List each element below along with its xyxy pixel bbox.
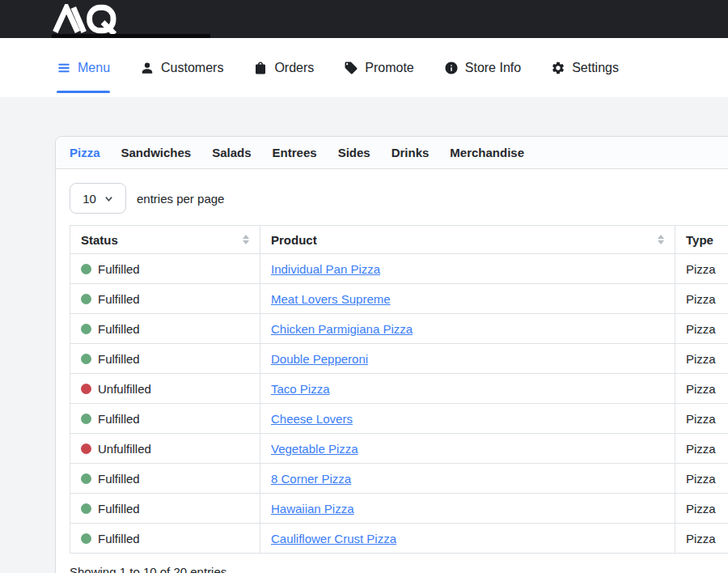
status-cell: Fulfilled (70, 314, 260, 344)
main-navigation: Menu Customers Orders Promote Store Info… (0, 38, 728, 97)
product-cell: Hawaiian Pizza (260, 494, 675, 524)
status-dot-icon (81, 294, 91, 304)
menu-card: Pizza Sandwiches Salads Entrees Sides Dr… (55, 136, 728, 573)
status-cell: Fulfilled (70, 494, 260, 524)
nav-label: Orders (274, 61, 314, 75)
type-label: Pizza (686, 292, 716, 306)
product-cell: Cheese Lovers (260, 404, 675, 434)
tab-sides[interactable]: Sides (338, 146, 370, 159)
status-label: Fulfilled (98, 262, 140, 276)
type-cell: Pizza (675, 344, 728, 374)
table-row: Unfulfilled Vegetable Pizza Pizza (70, 434, 728, 464)
page-content: Pizza Sandwiches Salads Entrees Sides Dr… (0, 97, 728, 573)
product-cell: Individual Pan Pizza (260, 254, 675, 284)
status-dot-icon (81, 354, 91, 364)
product-link[interactable]: Cheese Lovers (271, 412, 353, 426)
card-body: 10 entries per page Status (56, 169, 728, 573)
tab-salads[interactable]: Salads (212, 146, 251, 159)
type-label: Pizza (686, 382, 716, 396)
person-icon (140, 61, 154, 75)
shopping-bag-icon (253, 61, 268, 75)
tab-entrees[interactable]: Entrees (273, 146, 317, 159)
sort-icon (243, 235, 249, 244)
status-label: Fulfilled (98, 532, 140, 545)
product-link[interactable]: Taco Pizza (271, 382, 330, 396)
product-link[interactable]: Double Pepperoni (271, 352, 368, 366)
type-label: Pizza (686, 442, 716, 456)
status-label: Fulfilled (98, 502, 140, 516)
nav-label: Promote (365, 61, 413, 75)
status-dot-icon (81, 324, 91, 334)
column-header-type[interactable]: Type (675, 226, 728, 254)
status-cell: Unfulfilled (70, 434, 260, 464)
nav-item-orders[interactable]: Orders (253, 38, 314, 97)
info-icon (444, 61, 459, 75)
tab-sandwiches[interactable]: Sandwiches (121, 146, 192, 159)
type-cell: Pizza (675, 404, 728, 434)
nav-item-customers[interactable]: Customers (140, 38, 223, 97)
column-header-status[interactable]: Status (70, 226, 260, 254)
product-link[interactable]: Cauliflower Crust Pizza (271, 532, 396, 545)
status-label: Fulfilled (98, 352, 140, 366)
type-label: Pizza (686, 322, 716, 336)
top-header-bar (0, 0, 728, 38)
status-cell: Fulfilled (70, 524, 260, 554)
table-row: Fulfilled Individual Pan Pizza Pizza (70, 254, 728, 284)
entries-per-page-select[interactable]: 10 (70, 183, 126, 214)
status-label: Unfulfilled (98, 382, 151, 396)
product-cell: Meat Lovers Supreme (260, 284, 675, 314)
tab-pizza[interactable]: Pizza (70, 146, 100, 159)
nav-item-promote[interactable]: Promote (344, 38, 413, 97)
type-cell: Pizza (675, 434, 728, 464)
type-label: Pizza (686, 352, 716, 366)
status-label: Fulfilled (98, 412, 140, 426)
chevron-down-icon (104, 194, 113, 203)
entries-label: entries per page (137, 192, 224, 206)
type-cell: Pizza (675, 524, 728, 554)
product-link[interactable]: Individual Pan Pizza (271, 262, 380, 276)
product-link[interactable]: 8 Corner Pizza (271, 472, 351, 486)
nav-item-store-info[interactable]: Store Info (444, 38, 521, 97)
table-header-row: Status Product Type (70, 226, 728, 254)
entries-per-page-row: 10 entries per page (70, 183, 728, 214)
column-label: Product (271, 233, 317, 247)
table-row: Fulfilled Cauliflower Crust Pizza Pizza (70, 524, 728, 554)
status-dot-icon (81, 414, 91, 424)
type-label: Pizza (686, 262, 716, 276)
status-dot-icon (81, 384, 91, 394)
tag-icon (344, 61, 358, 75)
column-header-product[interactable]: Product (260, 226, 675, 254)
column-label: Type (686, 233, 713, 247)
gear-icon (551, 61, 565, 75)
product-link[interactable]: Vegetable Pizza (271, 442, 358, 456)
status-cell: Fulfilled (70, 464, 260, 494)
type-label: Pizza (686, 472, 716, 486)
product-link[interactable]: Meat Lovers Supreme (271, 292, 391, 306)
table-row: Unfulfilled Taco Pizza Pizza (70, 374, 728, 404)
category-tabs: Pizza Sandwiches Salads Entrees Sides Dr… (56, 137, 728, 169)
status-dot-icon (81, 473, 91, 484)
type-cell: Pizza (675, 494, 728, 524)
status-cell: Fulfilled (70, 344, 260, 374)
product-cell: Taco Pizza (260, 374, 675, 404)
product-cell: Vegetable Pizza (260, 434, 675, 464)
type-cell: Pizza (675, 254, 728, 284)
table-row: Fulfilled Cheese Lovers Pizza (70, 404, 728, 434)
product-link[interactable]: Chicken Parmigiana Pizza (271, 322, 413, 336)
status-cell: Fulfilled (70, 254, 260, 284)
product-cell: Cauliflower Crust Pizza (260, 524, 675, 554)
nav-item-settings[interactable]: Settings (551, 38, 619, 97)
product-link[interactable]: Hawaiian Pizza (271, 502, 354, 516)
table-row: Fulfilled Double Pepperoni Pizza (70, 344, 728, 374)
tab-drinks[interactable]: Drinks (392, 146, 430, 159)
column-label: Status (81, 233, 118, 247)
product-cell: 8 Corner Pizza (260, 464, 675, 494)
type-cell: Pizza (675, 284, 728, 314)
status-label: Fulfilled (98, 292, 140, 306)
products-table: Status Product Type (70, 225, 728, 554)
status-dot-icon (81, 533, 91, 544)
nav-item-menu[interactable]: Menu (57, 38, 110, 97)
nav-label: Store Info (465, 61, 521, 75)
table-row: Fulfilled Meat Lovers Supreme Pizza (70, 284, 728, 314)
tab-merchandise[interactable]: Merchandise (450, 146, 524, 159)
